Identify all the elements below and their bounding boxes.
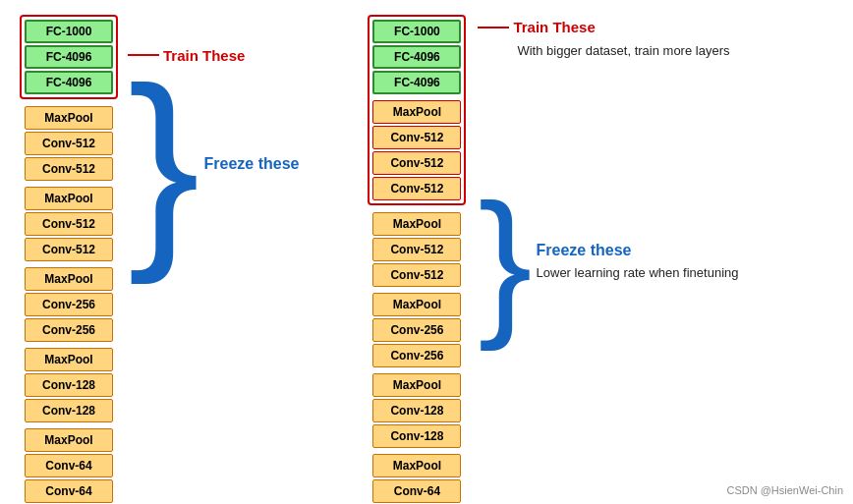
layer-box: Conv-64 [25, 479, 113, 503]
right-layers-column: FC-1000 FC-4096 FC-4096 MaxPool Conv-512… [368, 15, 466, 504]
left-diagram: FC-1000 FC-4096 FC-4096 MaxPool Conv-512… [20, 15, 299, 489]
layer-box: MaxPool [372, 454, 461, 477]
layer-box: MaxPool [372, 373, 461, 397]
layer-box: Conv-256 [25, 293, 113, 316]
layer-box: MaxPool [25, 348, 113, 371]
layer-box: Conv-256 [372, 318, 461, 342]
right-freeze-label: Freeze these [537, 242, 739, 259]
layer-box: Conv-64 [372, 479, 461, 503]
right-freeze-annotation: } Freeze these Lower learning rate when … [478, 221, 738, 303]
layer-box: Conv-512 [25, 132, 113, 155]
layer-box: Conv-256 [372, 344, 461, 367]
layer-box: FC-1000 [372, 20, 461, 43]
layer-box: FC-4096 [372, 71, 461, 94]
left-freeze-annotation: } Freeze these [128, 110, 299, 218]
layer-box: Conv-128 [25, 399, 113, 422]
layer-box: Conv-512 [25, 238, 113, 261]
layer-box: Conv-512 [372, 151, 461, 175]
right-train-label: Train These [513, 19, 595, 35]
layer-box: MaxPool [372, 293, 461, 316]
left-freeze-label: Freeze these [203, 155, 299, 173]
layer-box: FC-4096 [25, 71, 113, 94]
right-freeze-group: MaxPool Conv-512 Conv-512 MaxPool Conv-2… [372, 212, 461, 504]
right-freeze-description: Lower learning rate when finetuning [537, 263, 739, 283]
layer-box: MaxPool [25, 106, 113, 130]
layer-box: Conv-64 [25, 454, 113, 477]
right-diagram: FC-1000 FC-4096 FC-4096 MaxPool Conv-512… [368, 15, 738, 489]
layer-box: MaxPool [372, 100, 461, 124]
layer-box: MaxPool [25, 267, 113, 291]
left-train-group: FC-1000 FC-4096 FC-4096 [20, 15, 118, 99]
layer-box: MaxPool [25, 428, 113, 452]
layer-box: MaxPool [372, 212, 461, 236]
layer-box: Conv-512 [372, 126, 461, 149]
left-freeze-group: MaxPool Conv-512 Conv-512 MaxPool Conv-5… [25, 106, 113, 503]
right-annotations: Train These With bigger dataset, train m… [474, 15, 738, 303]
watermark: CSDN @HsienWei-Chin [726, 484, 843, 496]
left-layers-column: FC-1000 FC-4096 FC-4096 MaxPool Conv-512… [20, 15, 118, 504]
layer-box: Conv-512 [25, 212, 113, 236]
layer-box: Conv-128 [25, 373, 113, 397]
right-train-group: FC-1000 FC-4096 FC-4096 MaxPool Conv-512… [368, 15, 466, 205]
layer-box: Conv-256 [25, 318, 113, 342]
left-annotations: Train These } Freeze these [126, 15, 299, 218]
layer-box: Conv-512 [372, 238, 461, 261]
layer-box: Conv-512 [372, 263, 461, 287]
layer-box: Conv-128 [372, 424, 461, 448]
right-train-description: With bigger dataset, train more layers [517, 41, 738, 61]
layer-box: FC-4096 [372, 45, 461, 69]
layer-box: FC-1000 [25, 20, 113, 43]
layer-box: FC-4096 [25, 45, 113, 69]
layer-box: Conv-128 [372, 399, 461, 422]
layer-box: Conv-512 [25, 157, 113, 181]
layer-box: Conv-512 [372, 177, 461, 200]
layer-box: MaxPool [25, 187, 113, 210]
